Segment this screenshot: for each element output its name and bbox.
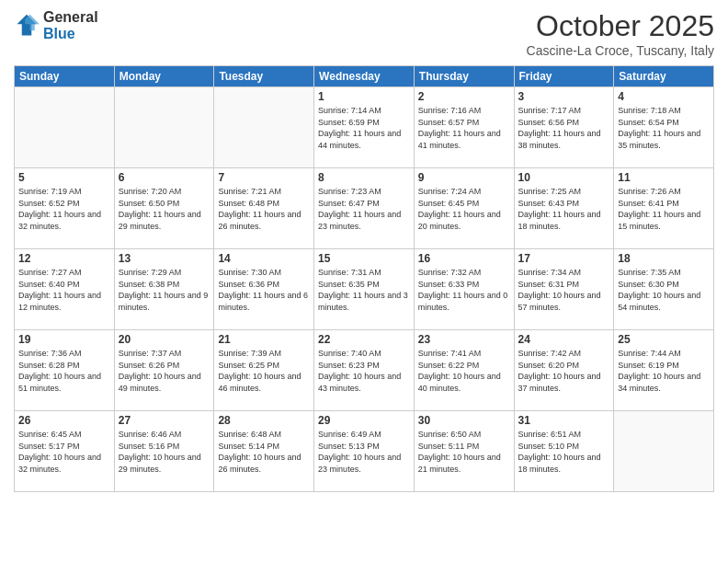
calendar-cell: 22Sunrise: 7:40 AM Sunset: 6:23 PM Dayli… (314, 330, 415, 411)
weekday-header-wednesday: Wednesday (314, 66, 415, 87)
calendar-cell: 26Sunrise: 6:45 AM Sunset: 5:17 PM Dayli… (15, 411, 115, 492)
page: General Blue October 2025 Cascine-La Cro… (0, 0, 728, 563)
calendar-cell: 15Sunrise: 7:31 AM Sunset: 6:35 PM Dayli… (314, 249, 415, 330)
logo-blue: Blue (43, 26, 98, 42)
logo-text: General Blue (43, 9, 98, 41)
day-info: Sunrise: 7:21 AM Sunset: 6:48 PM Dayligh… (218, 186, 310, 232)
day-info: Sunrise: 7:14 AM Sunset: 6:59 PM Dayligh… (318, 105, 410, 151)
week-row-3: 19Sunrise: 7:36 AM Sunset: 6:28 PM Dayli… (15, 330, 714, 411)
day-info: Sunrise: 6:48 AM Sunset: 5:14 PM Dayligh… (218, 429, 310, 475)
day-number: 26 (18, 414, 110, 427)
calendar-cell (114, 87, 214, 168)
day-number: 20 (119, 333, 210, 346)
day-info: Sunrise: 7:23 AM Sunset: 6:47 PM Dayligh… (318, 186, 410, 232)
day-number: 25 (618, 333, 710, 346)
day-info: Sunrise: 6:46 AM Sunset: 5:16 PM Dayligh… (119, 429, 210, 475)
day-info: Sunrise: 6:50 AM Sunset: 5:11 PM Dayligh… (418, 429, 510, 475)
day-info: Sunrise: 7:19 AM Sunset: 6:52 PM Dayligh… (18, 186, 110, 232)
day-info: Sunrise: 7:24 AM Sunset: 6:45 PM Dayligh… (418, 186, 510, 232)
day-info: Sunrise: 6:45 AM Sunset: 5:17 PM Dayligh… (18, 429, 110, 475)
day-number: 19 (18, 333, 110, 346)
title-block: October 2025 Cascine-La Croce, Tuscany, … (527, 9, 714, 58)
weekday-header-saturday: Saturday (614, 66, 714, 87)
calendar-cell: 20Sunrise: 7:37 AM Sunset: 6:26 PM Dayli… (114, 330, 214, 411)
calendar-cell: 28Sunrise: 6:48 AM Sunset: 5:14 PM Dayli… (214, 411, 314, 492)
day-number: 12 (18, 252, 110, 265)
day-number: 16 (418, 252, 510, 265)
day-number: 1 (318, 90, 410, 103)
calendar-cell: 11Sunrise: 7:26 AM Sunset: 6:41 PM Dayli… (614, 168, 714, 249)
calendar-cell: 10Sunrise: 7:25 AM Sunset: 6:43 PM Dayli… (514, 168, 614, 249)
weekday-header-sunday: Sunday (15, 66, 115, 87)
day-number: 3 (518, 90, 610, 103)
calendar-cell: 23Sunrise: 7:41 AM Sunset: 6:22 PM Dayli… (414, 330, 514, 411)
day-number: 9 (418, 171, 510, 184)
day-number: 24 (518, 333, 610, 346)
weekday-header-thursday: Thursday (414, 66, 514, 87)
calendar-cell: 2Sunrise: 7:16 AM Sunset: 6:57 PM Daylig… (414, 87, 514, 168)
day-number: 31 (518, 414, 610, 427)
weekday-header-tuesday: Tuesday (214, 66, 314, 87)
day-info: Sunrise: 7:29 AM Sunset: 6:38 PM Dayligh… (119, 267, 210, 313)
calendar-cell: 27Sunrise: 6:46 AM Sunset: 5:16 PM Dayli… (114, 411, 214, 492)
day-info: Sunrise: 7:36 AM Sunset: 6:28 PM Dayligh… (18, 348, 110, 394)
calendar-cell (15, 87, 115, 168)
day-number: 18 (618, 252, 710, 265)
day-info: Sunrise: 7:35 AM Sunset: 6:30 PM Dayligh… (618, 267, 710, 313)
week-row-1: 5Sunrise: 7:19 AM Sunset: 6:52 PM Daylig… (15, 168, 714, 249)
calendar-cell: 3Sunrise: 7:17 AM Sunset: 6:56 PM Daylig… (514, 87, 614, 168)
calendar-cell: 25Sunrise: 7:44 AM Sunset: 6:19 PM Dayli… (614, 330, 714, 411)
day-info: Sunrise: 7:39 AM Sunset: 6:25 PM Dayligh… (218, 348, 310, 394)
calendar: SundayMondayTuesdayWednesdayThursdayFrid… (14, 65, 714, 492)
week-row-0: 1Sunrise: 7:14 AM Sunset: 6:59 PM Daylig… (15, 87, 714, 168)
calendar-cell: 18Sunrise: 7:35 AM Sunset: 6:30 PM Dayli… (614, 249, 714, 330)
location: Cascine-La Croce, Tuscany, Italy (527, 43, 714, 58)
day-number: 8 (318, 171, 410, 184)
calendar-cell: 4Sunrise: 7:18 AM Sunset: 6:54 PM Daylig… (614, 87, 714, 168)
day-info: Sunrise: 7:44 AM Sunset: 6:19 PM Dayligh… (618, 348, 710, 394)
day-number: 6 (119, 171, 210, 184)
day-number: 27 (119, 414, 210, 427)
day-number: 30 (418, 414, 510, 427)
calendar-cell: 12Sunrise: 7:27 AM Sunset: 6:40 PM Dayli… (15, 249, 115, 330)
day-number: 10 (518, 171, 610, 184)
day-info: Sunrise: 7:20 AM Sunset: 6:50 PM Dayligh… (119, 186, 210, 232)
calendar-cell: 19Sunrise: 7:36 AM Sunset: 6:28 PM Dayli… (15, 330, 115, 411)
day-info: Sunrise: 6:49 AM Sunset: 5:13 PM Dayligh… (318, 429, 410, 475)
day-info: Sunrise: 6:51 AM Sunset: 5:10 PM Dayligh… (518, 429, 610, 475)
calendar-cell: 7Sunrise: 7:21 AM Sunset: 6:48 PM Daylig… (214, 168, 314, 249)
day-info: Sunrise: 7:27 AM Sunset: 6:40 PM Dayligh… (18, 267, 110, 313)
day-info: Sunrise: 7:16 AM Sunset: 6:57 PM Dayligh… (418, 105, 510, 151)
logo-general: General (43, 9, 98, 26)
weekday-header-friday: Friday (514, 66, 614, 87)
day-number: 15 (318, 252, 410, 265)
day-number: 5 (18, 171, 110, 184)
calendar-cell: 21Sunrise: 7:39 AM Sunset: 6:25 PM Dayli… (214, 330, 314, 411)
day-number: 21 (218, 333, 310, 346)
calendar-cell: 17Sunrise: 7:34 AM Sunset: 6:31 PM Dayli… (514, 249, 614, 330)
logo: General Blue (14, 9, 98, 41)
day-number: 11 (618, 171, 710, 184)
calendar-cell: 31Sunrise: 6:51 AM Sunset: 5:10 PM Dayli… (514, 411, 614, 492)
day-info: Sunrise: 7:17 AM Sunset: 6:56 PM Dayligh… (518, 105, 610, 151)
day-info: Sunrise: 7:32 AM Sunset: 6:33 PM Dayligh… (418, 267, 510, 313)
calendar-cell: 1Sunrise: 7:14 AM Sunset: 6:59 PM Daylig… (314, 87, 415, 168)
calendar-cell: 29Sunrise: 6:49 AM Sunset: 5:13 PM Dayli… (314, 411, 415, 492)
calendar-cell: 24Sunrise: 7:42 AM Sunset: 6:20 PM Dayli… (514, 330, 614, 411)
day-info: Sunrise: 7:41 AM Sunset: 6:22 PM Dayligh… (418, 348, 510, 394)
day-number: 23 (418, 333, 510, 346)
day-info: Sunrise: 7:25 AM Sunset: 6:43 PM Dayligh… (518, 186, 610, 232)
day-number: 14 (218, 252, 310, 265)
calendar-cell (214, 87, 314, 168)
calendar-cell: 9Sunrise: 7:24 AM Sunset: 6:45 PM Daylig… (414, 168, 514, 249)
calendar-cell: 8Sunrise: 7:23 AM Sunset: 6:47 PM Daylig… (314, 168, 415, 249)
day-number: 4 (618, 90, 710, 103)
week-row-2: 12Sunrise: 7:27 AM Sunset: 6:40 PM Dayli… (15, 249, 714, 330)
calendar-cell: 13Sunrise: 7:29 AM Sunset: 6:38 PM Dayli… (114, 249, 214, 330)
header: General Blue October 2025 Cascine-La Cro… (14, 9, 714, 58)
day-info: Sunrise: 7:40 AM Sunset: 6:23 PM Dayligh… (318, 348, 410, 394)
day-info: Sunrise: 7:18 AM Sunset: 6:54 PM Dayligh… (618, 105, 710, 151)
day-info: Sunrise: 7:31 AM Sunset: 6:35 PM Dayligh… (318, 267, 410, 313)
month-title: October 2025 (527, 9, 714, 43)
day-number: 2 (418, 90, 510, 103)
